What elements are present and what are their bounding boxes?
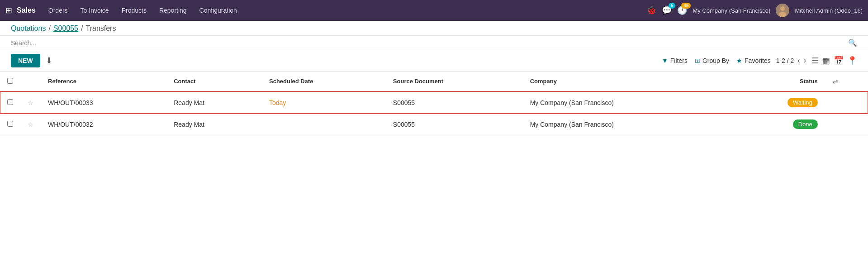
search-row: 🔍 (0, 36, 868, 50)
filter-icon: ▼ (662, 57, 668, 64)
kanban-view-button[interactable]: ▦ (822, 56, 830, 66)
kanban-view-icon: ▦ (822, 56, 830, 65)
list-view-icon: ☰ (811, 56, 819, 65)
row-checkbox-cell (0, 91, 20, 114)
breadcrumb-sep1: / (48, 24, 50, 33)
bug-icon: 🐞 (646, 5, 656, 15)
header-reference[interactable]: Reference (41, 72, 166, 91)
prev-page-button[interactable]: ‹ (797, 57, 800, 65)
new-button[interactable]: NEW (11, 54, 40, 67)
select-all-checkbox[interactable] (7, 78, 13, 84)
clock-icon-btn[interactable]: 🕐 46 (677, 5, 687, 15)
breadcrumb: Quotations / S00055 / Transfers (11, 24, 857, 35)
next-page-button[interactable]: › (804, 57, 806, 65)
groupby-icon: ⊞ (695, 57, 700, 64)
status-badge: Waiting (787, 98, 818, 107)
chat-icon-btn[interactable]: 💬 5 (662, 5, 672, 15)
header-col-settings: ⇌ (825, 72, 868, 91)
table-row[interactable]: ☆WH/OUT/00032Ready MatS00055My Company (… (0, 114, 868, 135)
header-status[interactable]: Status (730, 72, 825, 91)
column-settings-button[interactable]: ⇌ (832, 77, 838, 86)
sub-header: Quotations / S00055 / Transfers (0, 21, 868, 36)
list-view-button[interactable]: ☰ (811, 56, 819, 66)
row-checkbox[interactable] (7, 121, 13, 127)
search-input[interactable] (11, 39, 843, 47)
search-icon[interactable]: 🔍 (848, 38, 857, 47)
header-source-document[interactable]: Source Document (386, 72, 523, 91)
row-star[interactable]: ☆ (20, 91, 41, 114)
status-badge: Done (793, 119, 818, 129)
download-button[interactable]: ⬇ (46, 56, 52, 66)
header-checkbox-cell (0, 72, 20, 91)
map-view-icon: 📍 (847, 56, 857, 65)
transfers-table: Reference Contact Scheduled Date Source … (0, 72, 868, 135)
user-avatar[interactable] (776, 4, 789, 17)
breadcrumb-sale-order[interactable]: S00055 (53, 24, 78, 33)
breadcrumb-transfers: Transfers (85, 24, 116, 33)
row-extra-col (825, 91, 868, 114)
header-star (20, 72, 41, 91)
filters-button[interactable]: ▼ Filters (662, 57, 688, 64)
row-reference[interactable]: WH/OUT/00033 (41, 91, 166, 114)
breadcrumb-sep2: / (81, 24, 83, 33)
company-label[interactable]: My Company (San Francisco) (693, 7, 770, 14)
chat-badge: 5 (669, 3, 676, 9)
star-icon: ★ (736, 57, 742, 64)
favorites-button[interactable]: ★ Favorites (736, 57, 771, 64)
row-source-document: S00055 (386, 91, 523, 114)
top-navigation: ⊞ Sales Orders To Invoice Products Repor… (0, 0, 868, 21)
toolbar: NEW ⬇ ▼ Filters ⊞ Group By ★ Favorites 1… (0, 50, 868, 72)
calendar-view-icon: 📅 (834, 56, 844, 65)
row-extra-col (825, 114, 868, 135)
row-source-document: S00055 (386, 114, 523, 135)
nav-orders[interactable]: Orders (43, 4, 73, 17)
nav-products[interactable]: Products (116, 4, 152, 17)
table-header-row: Reference Contact Scheduled Date Source … (0, 72, 868, 91)
groupby-button[interactable]: ⊞ Group By (695, 57, 729, 64)
filter-controls: ▼ Filters ⊞ Group By ★ Favorites (662, 57, 771, 64)
row-contact: Ready Mat (166, 91, 262, 114)
nav-icon-group: 🐞 💬 5 🕐 46 My Company (San Francisco) Mi… (646, 4, 863, 17)
header-scheduled-date[interactable]: Scheduled Date (262, 72, 386, 91)
pagination: 1-2 / 2 ‹ › (776, 57, 806, 65)
nav-reporting[interactable]: Reporting (154, 4, 192, 17)
row-star[interactable]: ☆ (20, 114, 41, 135)
brand-label[interactable]: Sales (17, 6, 36, 14)
user-label[interactable]: Mitchell Admin (Odoo_16) (795, 7, 863, 14)
nav-configuration[interactable]: Configuration (194, 4, 242, 17)
breadcrumb-quotations[interactable]: Quotations (11, 24, 46, 33)
clock-badge: 46 (681, 3, 691, 9)
download-icon: ⬇ (46, 56, 52, 65)
row-status: Done (730, 114, 825, 135)
row-checkbox[interactable] (7, 99, 13, 105)
calendar-view-button[interactable]: 📅 (834, 56, 844, 66)
header-contact[interactable]: Contact (166, 72, 262, 91)
map-view-button[interactable]: 📍 (847, 56, 857, 66)
view-icons: ☰ ▦ 📅 📍 (811, 56, 857, 66)
row-scheduled-date: Today (262, 91, 386, 114)
pagination-text: 1-2 / 2 (776, 57, 794, 64)
svg-point-2 (779, 12, 786, 17)
row-checkbox-cell (0, 114, 20, 135)
row-company: My Company (San Francisco) (523, 91, 730, 114)
table-row[interactable]: ☆WH/OUT/00033Ready MatTodayS00055My Comp… (0, 91, 868, 114)
nav-to-invoice[interactable]: To Invoice (75, 4, 114, 17)
row-scheduled-date (262, 114, 386, 135)
header-company[interactable]: Company (523, 72, 730, 91)
row-contact: Ready Mat (166, 114, 262, 135)
svg-point-1 (780, 6, 785, 11)
row-reference[interactable]: WH/OUT/00032 (41, 114, 166, 135)
row-status: Waiting (730, 91, 825, 114)
apps-grid-icon[interactable]: ⊞ (5, 5, 12, 15)
debug-icon-btn[interactable]: 🐞 (646, 5, 656, 15)
row-company: My Company (San Francisco) (523, 114, 730, 135)
